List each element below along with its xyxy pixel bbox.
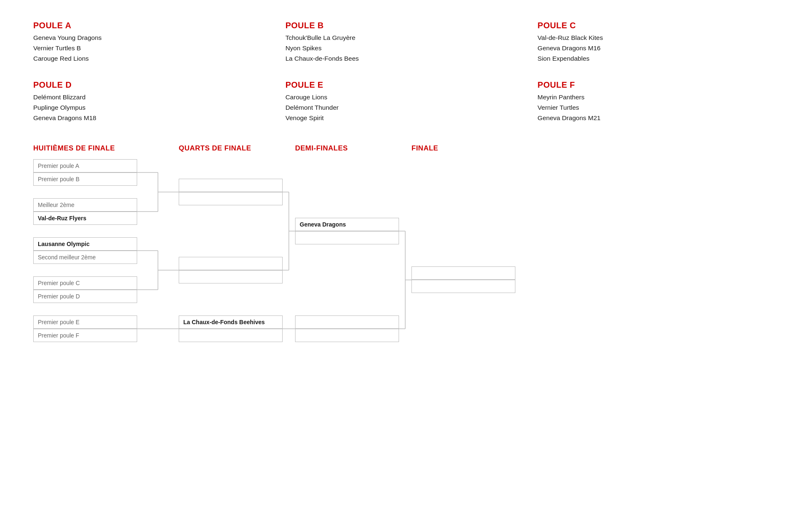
header-qf: QUARTS DE FINALE (179, 144, 295, 153)
bracket-slot: La Chaux-de-Fonds Beehives (179, 315, 283, 329)
bracket-slot: Premier poule B (33, 172, 137, 186)
bracket-slot: Second meilleur 2ème (33, 251, 137, 264)
bracket-slot (179, 179, 283, 192)
bracket-slot: Val-de-Ruz Flyers (33, 212, 137, 225)
bracket-slot: Lausanne Olympic (33, 237, 137, 251)
header-sf: DEMI-FINALES (295, 144, 411, 153)
bracket-slot (295, 315, 399, 329)
bracket-headers: HUITIÈMES DE FINALE QUARTS DE FINALE DEM… (33, 144, 765, 153)
poule-F: POULE FMeyrin PanthersVernier TurtlesGen… (537, 80, 765, 123)
bracket-slot: Premier poule A (33, 159, 137, 172)
header-r16: HUITIÈMES DE FINALE (33, 144, 179, 153)
poule-B-title: POULE B (286, 21, 513, 30)
poule-A: POULE AGeneva Young DragonsVernier Turtl… (33, 21, 261, 64)
poule-B: POULE BTchouk'Bulle La GruyèreNyon Spike… (286, 21, 513, 64)
poule-A-title: POULE A (33, 21, 261, 30)
bracket-slot: Meilleur 2ème (33, 198, 137, 212)
poule-A-teams: Geneva Young DragonsVernier Turtles BCar… (33, 33, 261, 64)
poule-C-teams: Val-de-Ruz Black KitesGeneva Dragons M16… (537, 33, 765, 64)
bracket-slot: Premier poule E (33, 315, 137, 329)
poule-E-teams: Carouge LionsDelémont ThunderVenoge Spir… (286, 92, 513, 123)
bracket-slot: Premier poule D (33, 290, 137, 303)
poule-E: POULE ECarouge LionsDelémont ThunderVeno… (286, 80, 513, 123)
bracket-slot (179, 257, 283, 270)
header-final: FINALE (411, 144, 528, 153)
bracket-slot (179, 329, 283, 342)
poule-D-teams: Delémont BlizzardPuplinge OlympusGeneva … (33, 92, 261, 123)
bracket-slot (179, 270, 283, 283)
poule-D: POULE DDelémont BlizzardPuplinge Olympus… (33, 80, 261, 123)
bracket-slot: Premier poule F (33, 329, 137, 342)
bracket-slot: Premier poule C (33, 276, 137, 290)
poule-F-teams: Meyrin PanthersVernier TurtlesGeneva Dra… (537, 92, 765, 123)
bracket-body: Premier poule APremier poule BMeilleur 2… (33, 159, 765, 350)
bracket-slot (295, 329, 399, 342)
poule-section: POULE AGeneva Young DragonsVernier Turtl… (33, 21, 765, 123)
poule-B-teams: Tchouk'Bulle La GruyèreNyon SpikesLa Cha… (286, 33, 513, 64)
bracket-slot (411, 266, 515, 280)
poule-D-title: POULE D (33, 80, 261, 90)
poule-F-title: POULE F (537, 80, 765, 90)
poule-C-title: POULE C (537, 21, 765, 30)
bracket-slot (179, 192, 283, 205)
bracket-section: HUITIÈMES DE FINALE QUARTS DE FINALE DEM… (33, 144, 765, 350)
poule-E-title: POULE E (286, 80, 513, 90)
poule-C: POULE CVal-de-Ruz Black KitesGeneva Drag… (537, 21, 765, 64)
bracket-slot (411, 280, 515, 293)
bracket-slot (295, 231, 399, 244)
bracket-slot: Geneva Dragons (295, 218, 399, 231)
